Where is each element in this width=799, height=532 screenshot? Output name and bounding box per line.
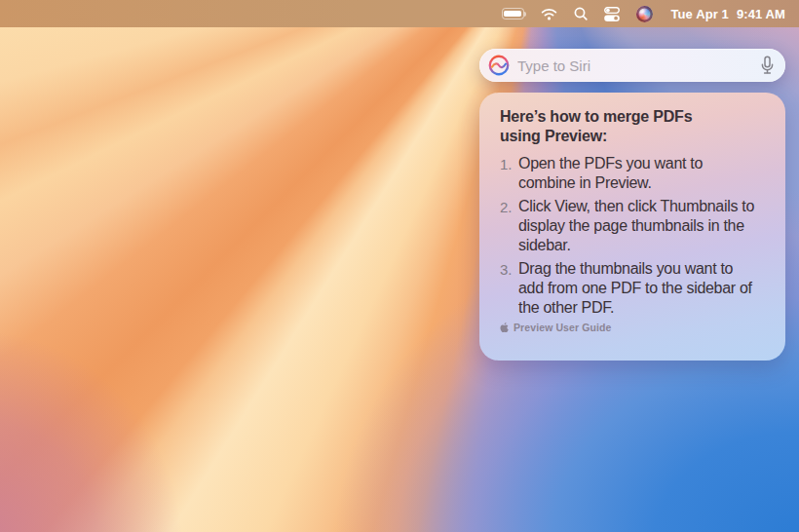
- control-center-icon[interactable]: [604, 7, 620, 21]
- menu-bar-clock[interactable]: Tue Apr 1 9:41 AM: [671, 7, 786, 21]
- spotlight-search-icon[interactable]: [574, 7, 588, 20]
- microphone-icon[interactable]: [760, 56, 775, 76]
- desktop-wallpaper: Tue Apr 1 9:41 AM: [0, 0, 799, 532]
- siri-text-input[interactable]: [510, 57, 760, 74]
- apple-logo-icon: [500, 322, 510, 333]
- battery-icon[interactable]: [502, 8, 524, 19]
- wifi-icon[interactable]: [541, 8, 557, 20]
- step-2: 2. Click View, then click Thumbnails to …: [500, 197, 765, 255]
- menu-bar-date: Tue Apr 1: [671, 7, 729, 21]
- siri-icon[interactable]: [636, 6, 653, 22]
- source-link-label: Preview User Guide: [514, 322, 611, 333]
- menu-bar-time: 9:41 AM: [737, 7, 785, 21]
- step-3: 3. Drag the thumbnails you want to add f…: [500, 259, 765, 318]
- step-1: 1. Open the PDFs you want to combine in …: [500, 154, 765, 193]
- source-link[interactable]: Preview User Guide: [500, 322, 765, 333]
- card-title: Here’s how to merge PDFs using Preview:: [500, 107, 765, 146]
- menu-bar: Tue Apr 1 9:41 AM: [0, 0, 799, 27]
- apple-intelligence-siri-icon: [488, 55, 510, 76]
- siri-input-pill[interactable]: [479, 49, 785, 82]
- siri-response-card: Here’s how to merge PDFs using Preview: …: [479, 93, 785, 361]
